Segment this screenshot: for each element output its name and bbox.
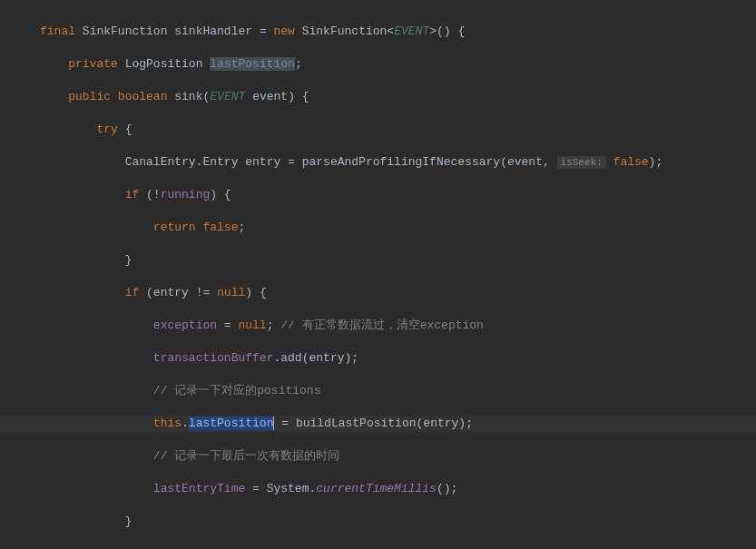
comment: // 记录一下对应的positions [153,384,321,397]
method-name: sink [174,90,202,103]
type: System [267,482,309,495]
code-line[interactable]: private LogPosition lastPosition; [0,56,756,73]
code-line[interactable]: public boolean sink(EVENT event) { [0,89,756,105]
param: event [252,90,288,103]
type: CanalEntry.Entry [125,155,239,169]
method-call: parseAndProfilingIfNecessary [302,155,500,169]
code-line[interactable]: if (!running) { [0,187,756,203]
static-method: currentTimeMillis [316,482,437,495]
method-call: add [280,351,301,365]
arg: event [507,155,543,169]
code-line[interactable]: transactionBuffer.add(entry); [0,350,756,367]
field: lastEntryTime [153,482,245,495]
field: transactionBuffer [153,351,274,365]
var: entry [153,286,189,299]
type: SinkFunction [302,25,388,38]
code-line[interactable]: lastEntryTime = System.currentTimeMillis… [0,481,756,497]
keyword-if: if [125,286,140,299]
keyword-null: null [217,286,245,299]
var: sinkHandler [174,25,252,38]
keyword-new: new [274,25,295,38]
field: running [161,188,211,201]
type: SinkFunction [83,25,168,38]
keyword-if: if [125,188,140,201]
code-line[interactable]: CanalEntry.Entry entry = parseAndProfili… [0,154,756,171]
code-editor[interactable]: final SinkFunction sinkHandler = new Sin… [0,0,756,549]
keyword-public: public [68,90,111,103]
code-line[interactable]: return false; [0,220,756,236]
field-highlighted: lastPosition [210,57,295,71]
code-line[interactable]: } [0,252,756,269]
param-hint: isSeek: [557,156,606,169]
code-line[interactable]: if (entry != null) { [0,285,756,301]
keyword-final: final [40,25,75,38]
code-line-current[interactable]: this.lastPosition = buildLastPosition(en… [0,416,756,432]
field-selected: lastPosition [189,417,274,430]
comment: // 记录一下最后一次有数据的时间 [153,449,339,463]
generic-type: EVENT [394,25,429,38]
keyword-try: try [96,123,117,136]
code-line[interactable]: final SinkFunction sinkHandler = new Sin… [0,24,756,40]
code-line[interactable]: try { [0,122,756,138]
keyword-return: return [153,221,196,234]
keyword-false: false [614,155,649,169]
code-line[interactable]: // 记录一下最后一次有数据的时间 [0,448,756,465]
type: LogPosition [125,57,203,71]
keyword-null: null [238,319,266,332]
arg: entry [309,351,344,365]
var: entry [245,155,280,169]
text-cursor [273,417,274,430]
code-line[interactable]: // 记录一下对应的positions [0,383,756,399]
keyword-this: this [153,417,182,430]
keyword-boolean: boolean [118,90,168,103]
comment: // 有正常数据流过，清空exception [280,319,484,332]
keyword-private: private [68,57,118,71]
arg: entry [423,417,458,430]
generic-type: EVENT [210,90,245,103]
keyword-false: false [202,221,238,234]
code-line[interactable]: } [0,514,756,530]
method-call: buildLastPosition [296,417,417,430]
field: exception [153,319,217,332]
code-line[interactable]: exception = null; // 有正常数据流过，清空exception [0,318,756,334]
